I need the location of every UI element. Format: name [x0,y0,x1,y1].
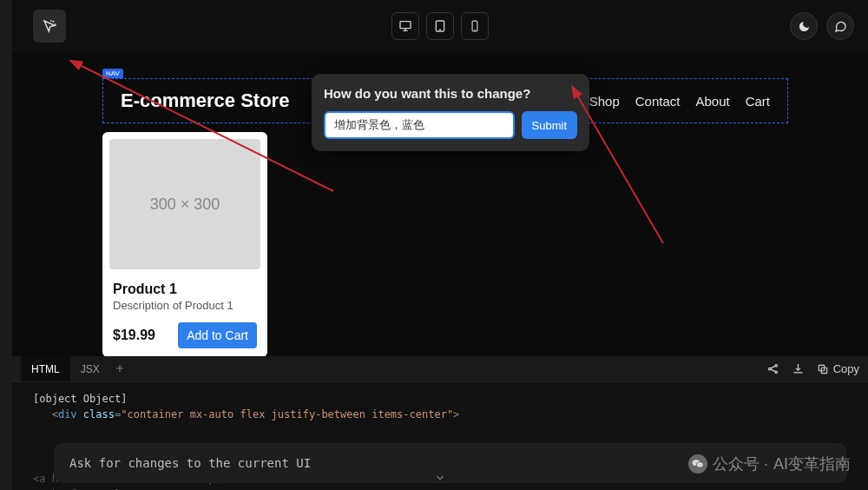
modal-input[interactable] [324,111,515,139]
mobile-view-button[interactable] [461,12,489,40]
left-rail [0,0,12,490]
device-preview-group [391,12,489,40]
product-body: Product 1 Description of Product 1 $19.9… [102,276,267,356]
cursor-click-icon [42,18,57,34]
desktop-icon [398,19,412,33]
expand-chevron[interactable] [434,472,446,487]
copy-icon [817,363,829,375]
code-tabs: HTML JSX Copy [12,356,868,382]
product-price: $19.99 [113,328,155,343]
desktop-view-button[interactable] [391,12,419,40]
nav-link-cart[interactable]: Cart [746,94,770,109]
add-to-cart-button[interactable]: Add to Cart [178,322,257,348]
copy-button[interactable]: Copy [817,362,859,375]
tablet-icon [433,19,447,33]
code-actions: Copy [766,362,859,375]
product-card: 300 × 300 Product 1 Description of Produ… [102,132,267,356]
code-panel: HTML JSX Copy [object Object] <div class… [12,356,868,490]
chevron-down-icon [434,472,446,484]
nav-link-contact[interactable]: Contact [635,94,681,109]
copy-label: Copy [833,362,859,375]
chat-placeholder: Ask for changes to the current UI [69,456,311,470]
svg-rect-0 [400,22,411,29]
code-body: [object Object] <div class="container mx… [12,382,868,490]
code-line-1: [object Object] [33,391,847,407]
top-toolbar [12,0,868,52]
element-tag-badge: NAV [102,69,123,78]
product-title: Product 1 [113,281,257,297]
moon-icon [798,20,811,33]
share-icon[interactable] [766,362,779,375]
top-right-actions [790,12,854,40]
select-element-button[interactable] [33,10,66,43]
product-image-placeholder: 300 × 300 [109,139,260,269]
tab-html[interactable]: HTML [21,356,70,381]
tablet-view-button[interactable] [426,12,454,40]
chat-input[interactable]: Ask for changes to the current UI [54,443,847,483]
code-line-2: <div class="container mx-auto flex justi… [33,407,847,422]
change-prompt-modal: How do you want this to change? Submit [312,74,589,151]
preview-canvas: NAV E-commerce Store e Shop Contact Abou… [12,52,868,356]
download-icon[interactable] [792,362,805,375]
mobile-icon [469,19,481,33]
chat-icon [834,20,847,33]
svg-point-7 [775,365,778,368]
tab-jsx[interactable]: JSX [70,356,110,381]
plus-icon [115,363,125,374]
add-tab-button[interactable] [110,362,129,376]
product-description: Description of Product 1 [113,299,257,312]
theme-toggle-button[interactable] [790,12,818,40]
svg-point-6 [768,368,771,370]
modal-submit-button[interactable]: Submit [522,111,577,139]
nav-link-shop[interactable]: Shop [589,94,620,109]
nav-link-about[interactable]: About [695,94,729,109]
svg-point-2 [440,30,441,30]
chat-button[interactable] [826,12,854,40]
modal-title: How do you want this to change? [324,86,577,101]
nav-links: e Shop Contact About Cart [563,94,770,109]
code-line-4: <a href="#" class="mr-4">Contact</a> [33,487,847,490]
svg-point-8 [775,371,778,374]
brand-title: E-commerce Store [121,89,289,112]
